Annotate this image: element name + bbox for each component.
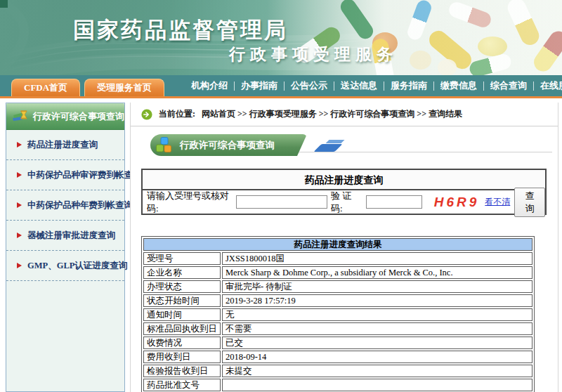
main-panel: 当前位置: 网站首页 >> 行政事项受理服务 >> 行政许可综合事项查询 >> …	[130, 103, 558, 392]
nav-menu: 机构介绍 办事指南 公告公示 送达信息 服务指南 缴费信息 综合查询 在线服务 …	[191, 75, 562, 96]
site-header: 国家药品监督管理局 行政事项受理服务	[0, 0, 562, 75]
menu-item-online-service[interactable]: 在线服务	[540, 79, 562, 92]
row-value: 已交	[222, 337, 532, 349]
table-row: 检验报告收到日 未提交	[143, 365, 532, 377]
row-label: 标准品回执收到日	[143, 322, 221, 335]
sidebar-title: 行政许可综合事项查询	[33, 110, 124, 123]
table-row: 状态开始时间 2019-3-28 17:57:19	[143, 294, 532, 307]
row-label: 收费情况	[143, 337, 221, 349]
table-row: 药品批准文号	[143, 379, 532, 391]
menu-separator	[433, 81, 434, 91]
menu-item-org-intro[interactable]: 机构介绍	[191, 79, 228, 92]
query-form: 药品注册进度查询 请输入受理号或核对码: 验 证 码: H6R9 看不清 查询	[141, 169, 547, 215]
banner-pill: 行政许可综合事项查询	[150, 134, 307, 156]
section-banner: 行政许可综合事项查询	[150, 134, 558, 156]
red-arrow-icon	[17, 142, 22, 148]
row-label: 状态开始时间	[143, 294, 221, 307]
sidebar-item-label: 药品注册进度查询	[27, 139, 98, 151]
page-content: 行政许可综合事项查询 药品注册进度查询 中药保护品种审评费到帐查询 中药保护品种…	[0, 98, 562, 392]
row-value: JXSS1800018国	[222, 252, 532, 265]
red-arrow-icon	[17, 263, 22, 268]
breadcrumb-label: 当前位置:	[159, 108, 195, 120]
acceptance-number-label: 请输入受理号或核对码:	[147, 190, 233, 215]
site-subtitle: 行政事项受理服务	[229, 44, 398, 65]
table-row: 标准品回执收到日 不需要	[143, 322, 532, 335]
red-arrow-icon	[17, 233, 22, 238]
table-row: 费用收到日 2018-09-14	[143, 351, 532, 363]
menu-item-announcements[interactable]: 公告公示	[291, 79, 327, 92]
menu-item-comprehensive-query[interactable]: 综合查询	[490, 79, 527, 92]
menu-separator	[334, 81, 334, 91]
row-label: 办理状态	[143, 280, 221, 293]
table-row: 受理号 JXSS1800018国	[143, 252, 532, 265]
menu-item-service-guide[interactable]: 服务指南	[391, 79, 427, 92]
red-arrow-icon	[17, 172, 22, 178]
sidebar-header: 行政许可综合事项查询	[6, 103, 124, 130]
table-row: 办理状态 审批完毕- 待制证	[143, 280, 532, 293]
menu-item-delivery-info[interactable]: 送达信息	[341, 79, 377, 92]
acceptance-number-input[interactable]	[236, 195, 327, 209]
captcha-code-image: H6R9	[434, 195, 480, 210]
sidebar-item-label: GMP、GLP认证进度查询	[27, 260, 127, 272]
tab-service-home[interactable]: 受理服务首页	[84, 79, 164, 96]
captcha-refresh-link[interactable]: 看不清	[485, 196, 510, 208]
sidebar-item-label: 器械注册审批进度查询	[27, 230, 115, 242]
results-header-row: 药品注册进度查询结果	[143, 238, 532, 251]
sidebar: 行政许可综合事项查询 药品注册进度查询 中药保护品种审评费到帐查询 中药保护品种…	[6, 103, 125, 392]
captcha-label: 验 证 码:	[331, 190, 362, 215]
menu-separator	[483, 81, 484, 91]
tab-service-home-label: 受理服务首页	[97, 81, 152, 94]
top-nav: CFDA首页 受理服务首页 机构介绍 办事指南 公告公示 送达信息 服务指南 缴…	[0, 75, 562, 96]
hourglass-books-icon	[13, 108, 28, 124]
sidebar-item-label: 中药保护品种年费到帐查询	[27, 200, 133, 211]
row-label: 通知时间	[143, 308, 221, 321]
table-row: 通知时间 无	[143, 308, 532, 321]
tab-cfda-home-label: CFDA首页	[24, 81, 67, 94]
row-value: Merck Sharp & Dohme Corp., a subsidiary …	[222, 266, 532, 279]
row-value: 审批完毕- 待制证	[222, 280, 532, 293]
sidebar-item-tcm-annual-fee-query[interactable]: 中药保护品种年费到帐查询	[6, 190, 124, 221]
cubes-icon	[155, 136, 173, 154]
breadcrumb-path[interactable]: 网站首页 >> 行政事项受理服务 >> 行政许可综合事项查询 >> 查询结果	[202, 108, 462, 120]
sidebar-filler	[6, 281, 124, 391]
row-value: 2019-3-28 17:57:19	[222, 294, 532, 307]
tab-cfda-home[interactable]: CFDA首页	[11, 79, 80, 96]
results-title: 药品注册进度查询结果	[143, 238, 532, 251]
query-form-row: 请输入受理号或核对码: 验 证 码: H6R9 看不清 查询	[143, 190, 545, 214]
sidebar-item-tcm-review-fee-query[interactable]: 中药保护品种审评费到帐查询	[6, 160, 124, 190]
captcha-input[interactable]	[366, 195, 422, 209]
site-title: 国家药品监督管理局	[73, 15, 288, 45]
row-value: 不需要	[222, 322, 532, 335]
menu-separator	[533, 81, 534, 91]
sidebar-item-label: 中药保护品种审评费到帐查询	[27, 169, 142, 181]
red-arrow-icon	[17, 202, 22, 208]
menu-item-payment-info[interactable]: 缴费信息	[440, 79, 477, 92]
row-label: 受理号	[143, 252, 221, 265]
row-value	[222, 379, 532, 391]
nav-tabs: CFDA首页 受理服务首页	[11, 79, 164, 96]
query-form-title: 药品注册进度查询	[143, 170, 545, 190]
banner-title: 行政许可综合事项查询	[180, 139, 275, 152]
menu-separator	[384, 81, 384, 91]
banner-swoosh-highlight	[326, 140, 345, 143]
arrow-circle-icon	[141, 109, 152, 120]
menu-separator	[234, 81, 235, 91]
results-table: 药品注册进度查询结果 受理号 JXSS1800018国 企业名称 Merck S…	[141, 236, 535, 392]
query-submit-button[interactable]: 查询	[514, 188, 545, 217]
row-value: 无	[222, 308, 532, 321]
banner-swoosh	[314, 144, 343, 152]
menu-separator	[284, 81, 285, 91]
breadcrumb: 当前位置: 网站首页 >> 行政事项受理服务 >> 行政许可综合事项查询 >> …	[131, 103, 558, 126]
table-row: 收费情况 已交	[143, 337, 532, 349]
row-label: 检验报告收到日	[143, 365, 221, 377]
sidebar-item-drug-registration-query[interactable]: 药品注册进度查询	[6, 130, 124, 160]
table-row: 企业名称 Merck Sharp & Dohme Corp., a subsid…	[143, 266, 532, 279]
row-value: 未提交	[222, 365, 532, 377]
menu-item-guide[interactable]: 办事指南	[241, 79, 277, 92]
row-label: 企业名称	[143, 266, 221, 279]
corner-square	[0, 0, 8, 8]
sidebar-item-gmp-glp-query[interactable]: GMP、GLP认证进度查询	[6, 251, 124, 281]
row-label: 药品批准文号	[143, 379, 221, 391]
row-label: 费用收到日	[143, 351, 221, 363]
sidebar-item-device-approval-query[interactable]: 器械注册审批进度查询	[6, 221, 124, 251]
